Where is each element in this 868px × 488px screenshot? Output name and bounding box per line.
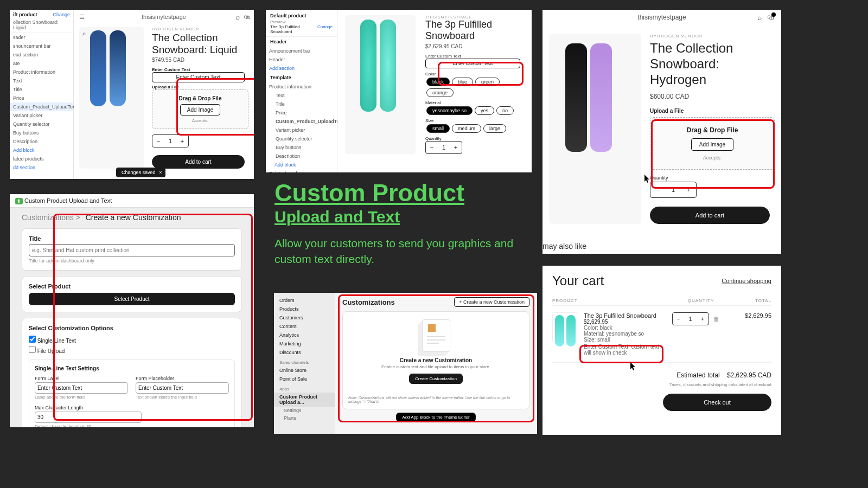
sales-channel-item[interactable]: Online Store — [274, 366, 335, 375]
add-app-block-button[interactable]: Add App Block to the Theme Editor — [396, 413, 475, 422]
app-subnav-item[interactable]: Plans — [278, 414, 335, 422]
form-label-input[interactable] — [35, 382, 128, 394]
sidebar-block-item[interactable]: Custom_Product_UploadText — [272, 117, 337, 126]
header-item[interactable]: Header — [266, 55, 337, 64]
related-products[interactable]: lated products — [10, 155, 73, 163]
add-image-button[interactable]: Add Image — [691, 138, 733, 151]
add-to-cart-button[interactable]: Add to cart — [650, 207, 770, 224]
sidebar-block-item[interactable]: Quantity selector — [272, 134, 337, 143]
admin-nav-item[interactable]: Products — [274, 305, 335, 313]
admin-nav-item[interactable]: Orders — [274, 296, 335, 305]
add-to-cart-button[interactable]: Add to cart — [152, 155, 245, 169]
sidebar-item[interactable]: Product information — [10, 68, 73, 76]
variant-pill[interactable]: black — [426, 78, 450, 86]
cart-row: The 3p Fulfilled Snowboard $2,629.95 Col… — [552, 306, 771, 362]
app-subnav-item[interactable]: Settings — [278, 407, 335, 414]
trash-icon[interactable]: 🗑 — [713, 316, 719, 322]
toast-close-icon[interactable]: × — [159, 170, 162, 175]
item-name[interactable]: The 3p Fulfilled Snowboard — [584, 312, 663, 319]
sidebar-item[interactable]: ate — [10, 59, 73, 68]
admin-nav-item[interactable]: Content — [274, 322, 335, 331]
continue-shopping-link[interactable]: Continue shopping — [722, 278, 771, 284]
variant-pill[interactable]: green — [475, 78, 500, 86]
add-block-link[interactable]: Add block — [266, 160, 337, 169]
editor-liquid-screenshot: ift product Change ollection Snowboard: … — [10, 10, 254, 179]
product-info-item[interactable]: Product information — [266, 82, 337, 91]
file-upload-checkbox[interactable]: File Upload — [29, 345, 235, 355]
form-placeholder-label: Form Placeholder — [136, 376, 229, 381]
sidebar-block-item[interactable]: Text — [272, 91, 337, 100]
form-placeholder-input[interactable] — [136, 382, 229, 394]
variant-pill[interactable]: large — [483, 124, 506, 133]
sidebar-block-item[interactable]: Price — [272, 108, 337, 117]
title-input[interactable] — [29, 244, 235, 256]
max-char-input[interactable] — [35, 412, 142, 423]
app-sidebar-item[interactable]: Custom Product Upload a... — [274, 393, 335, 407]
vendor: HYDROGEN VENDOR — [152, 27, 248, 31]
quantity-stepper[interactable]: −1+ — [650, 182, 697, 198]
custom-text-input[interactable]: Enter Custom Text — [425, 59, 520, 68]
variant-pill[interactable]: blue — [452, 78, 473, 86]
select-product-button[interactable]: Select Product — [29, 293, 235, 305]
product-price: $600.00 CAD — [650, 93, 775, 100]
variant-pill[interactable]: small — [426, 124, 450, 133]
add-block-link[interactable]: Add block — [10, 146, 73, 155]
item-custom-text: Enter Custom Text: custom text will show… — [584, 344, 663, 356]
app-icon: ⬆ — [15, 198, 23, 204]
sidebar-item[interactable]: sader — [10, 33, 73, 42]
sidebar-item[interactable]: Price — [10, 94, 73, 102]
add-section-link[interactable]: dd section — [10, 163, 73, 172]
sidebar-item[interactable]: Title — [10, 85, 73, 94]
admin-nav-item[interactable]: Marketing — [274, 339, 335, 348]
quantity-stepper[interactable]: −1+ — [152, 134, 189, 147]
checkout-disclaimer: Taxes, discounts and shipping calculated… — [552, 382, 771, 387]
change-link[interactable]: Change — [53, 12, 70, 17]
add-image-button[interactable]: Add Image — [180, 104, 220, 115]
sidebar-block-item[interactable]: Description — [272, 152, 337, 160]
announcement-bar-item[interactable]: Announcement bar — [266, 47, 337, 55]
create-customization-header-button[interactable]: + Create a new Customization — [454, 297, 529, 307]
sidebar-item[interactable]: Custom_Product_UploadText — [10, 102, 73, 111]
file-dropzone[interactable]: Drag & Drop File Add Image Accepts: — [650, 117, 775, 170]
sidebar-block-item[interactable]: Title — [272, 100, 337, 108]
sidebar-item[interactable]: Text — [10, 76, 73, 85]
related-products-item[interactable]: Related products — [266, 169, 337, 172]
sidebar-item[interactable]: Quantity selector — [10, 120, 73, 129]
sidebar-block-item[interactable]: Buy buttons — [272, 143, 337, 152]
cart-icon[interactable]: 🛍 — [767, 14, 774, 21]
sidebar-item[interactable]: ead section — [10, 50, 73, 59]
breadcrumb[interactable]: Customizations > — [22, 213, 80, 222]
search-icon[interactable] — [757, 13, 762, 22]
sidebar-item[interactable]: Variant picker — [10, 111, 73, 120]
add-section-link[interactable]: Add section — [266, 64, 337, 73]
menu-icon[interactable]: ☰ — [79, 14, 85, 21]
cart-title: Your cart — [552, 273, 604, 288]
preview-product-name: The 3p Fulfilled Snowboard — [270, 24, 317, 34]
variant-pill[interactable]: yesnomaybe so — [426, 106, 473, 115]
admin-nav-item[interactable]: Analytics — [274, 331, 335, 339]
checkout-button[interactable]: Check out — [663, 394, 771, 411]
variant-pill[interactable]: yes — [475, 106, 494, 115]
sidebar-item[interactable]: snouncement bar — [10, 42, 73, 50]
sidebar-block-item[interactable]: Variant picker — [272, 126, 337, 134]
custom-text-input[interactable]: Enter Custom Text — [152, 72, 245, 82]
marketing-title: Custom Product — [275, 180, 532, 206]
sidebar-item[interactable]: Description — [10, 137, 73, 146]
variant-pill[interactable]: medium — [452, 124, 481, 133]
estimated-total-label: Estimated total — [676, 371, 719, 379]
search-icon[interactable] — [235, 12, 240, 21]
admin-nav-item[interactable]: Discounts — [274, 348, 335, 357]
sidebar-item[interactable]: Buy buttons — [10, 129, 73, 137]
admin-nav-item[interactable]: Customers — [274, 313, 335, 322]
zoom-icon[interactable]: ⌕ — [82, 30, 86, 36]
sales-channel-item[interactable]: Point of Sale — [274, 375, 335, 383]
quantity-stepper[interactable]: −1+ — [425, 141, 462, 154]
single-line-text-checkbox[interactable]: Single-Line Text — [29, 335, 235, 345]
create-customization-button[interactable]: Create Customization — [409, 374, 463, 384]
cart-icon[interactable]: 🛍 — [244, 14, 250, 20]
quantity-stepper[interactable]: −1+ — [672, 312, 709, 325]
variant-pill[interactable]: no — [496, 106, 514, 115]
change-link[interactable]: Change — [317, 24, 333, 34]
file-dropzone[interactable]: Drag & Drop File Add Image Accepts: — [152, 89, 248, 129]
variant-pill[interactable]: orange — [426, 88, 454, 97]
